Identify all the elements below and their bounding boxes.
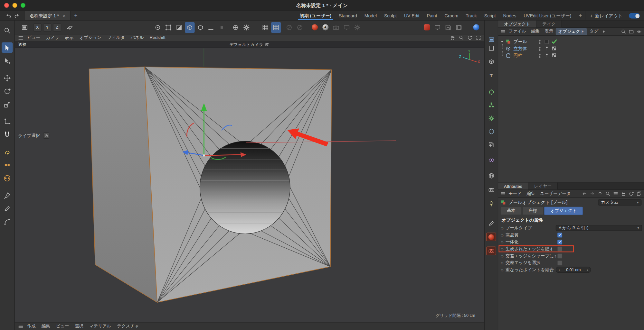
scale-tool[interactable] bbox=[2, 99, 13, 109]
viewport-canvas[interactable]: 透視 デフォルトカメラ bbox=[15, 41, 484, 322]
camera-objects[interactable] bbox=[486, 186, 496, 194]
object-row[interactable]: 円柱 bbox=[498, 52, 644, 59]
sync-icon[interactable] bbox=[629, 191, 634, 196]
minimize-window-button[interactable] bbox=[12, 3, 17, 8]
menu-item[interactable]: Redshift bbox=[147, 35, 168, 41]
layout-tab[interactable]: Sculpt bbox=[381, 11, 401, 20]
new-document-tab-button[interactable]: + bbox=[71, 11, 81, 20]
light-objects[interactable] bbox=[486, 199, 496, 208]
zoom-tool[interactable] bbox=[2, 25, 13, 36]
render-region-button[interactable] bbox=[331, 22, 341, 32]
planar-workplane-button[interactable] bbox=[295, 22, 305, 32]
layout-tab[interactable]: Nodes bbox=[499, 11, 520, 20]
visibility-toggle[interactable] bbox=[539, 47, 540, 51]
pan-view-icon[interactable] bbox=[450, 35, 455, 40]
section-tab[interactable]: 座標 bbox=[522, 207, 543, 215]
menu-item[interactable]: マテリアル bbox=[86, 323, 114, 329]
attr-menu-icon[interactable] bbox=[501, 191, 506, 196]
deformers[interactable] bbox=[486, 114, 496, 123]
property-checkbox[interactable] bbox=[557, 239, 562, 244]
snap-toggle-button[interactable] bbox=[260, 22, 270, 32]
environment-objects[interactable] bbox=[486, 171, 496, 180]
preset-dropdown[interactable]: カスタム ▾ bbox=[598, 199, 641, 205]
popout-panel-icon[interactable] bbox=[637, 191, 641, 196]
edge-mode-button[interactable] bbox=[206, 22, 216, 32]
zoom-view-icon[interactable] bbox=[459, 35, 464, 40]
render-view-button[interactable] bbox=[310, 22, 320, 32]
make-editable-button[interactable] bbox=[153, 22, 163, 32]
section-tab[interactable]: オブジェクト bbox=[544, 207, 583, 215]
om-menu-more-icon[interactable] bbox=[601, 29, 606, 34]
soft-selection-tool[interactable] bbox=[2, 160, 13, 170]
menu-item[interactable]: 編集 bbox=[39, 323, 53, 329]
layout-tab[interactable]: UVEdit-User (ユーザー) bbox=[520, 11, 575, 20]
viewport-menu-icon[interactable] bbox=[18, 35, 24, 41]
render-animation-button[interactable] bbox=[454, 22, 464, 32]
brush-tool[interactable] bbox=[2, 190, 13, 201]
menu-item[interactable]: タグ bbox=[587, 28, 601, 35]
phong-tag[interactable] bbox=[552, 53, 556, 59]
volumes[interactable] bbox=[486, 127, 496, 136]
primitive-objects[interactable] bbox=[486, 58, 496, 66]
new-layout-button[interactable]: + 新レイアウト bbox=[586, 11, 626, 20]
menu-item[interactable]: フィルタ bbox=[104, 35, 128, 41]
snap-tool[interactable] bbox=[2, 129, 13, 140]
attr-filter-icon[interactable] bbox=[613, 191, 618, 196]
panel-tab[interactable]: テイク bbox=[536, 21, 562, 28]
toggle-view-icon[interactable] bbox=[476, 35, 481, 40]
polygon-mode-button[interactable] bbox=[185, 22, 195, 32]
quantize-toggle-button[interactable] bbox=[271, 22, 281, 32]
stepper-increment-icon[interactable]: › bbox=[587, 268, 588, 272]
display-tag[interactable] bbox=[545, 53, 549, 59]
tool-hint-options-button[interactable] bbox=[43, 133, 49, 139]
layout-tab[interactable]: UV Edit bbox=[400, 11, 423, 20]
om-filter-icon[interactable] bbox=[637, 29, 641, 34]
texture-mode-button[interactable] bbox=[174, 22, 184, 32]
menu-item[interactable]: オプション bbox=[77, 35, 104, 41]
menu-item[interactable]: ユーザーデータ bbox=[538, 191, 573, 197]
panel-tab[interactable]: オブジェクト bbox=[498, 21, 536, 28]
object-row[interactable]: ブール bbox=[498, 38, 644, 45]
parent-object-icon[interactable] bbox=[598, 191, 602, 196]
layout-tab[interactable]: Standard bbox=[335, 11, 361, 20]
menu-item[interactable]: 選択 bbox=[72, 323, 86, 329]
visibility-toggle[interactable] bbox=[539, 40, 540, 44]
property-checkbox[interactable] bbox=[557, 253, 562, 258]
normal-move-mode-button[interactable] bbox=[217, 22, 227, 32]
z-axis-lock-button[interactable]: Z bbox=[53, 23, 62, 32]
coordinate-system-button[interactable] bbox=[20, 22, 30, 32]
workplane-lock-button[interactable] bbox=[284, 22, 294, 32]
layout-toggle-switch[interactable] bbox=[629, 13, 640, 19]
lock-panel-icon[interactable] bbox=[621, 191, 626, 196]
menu-item[interactable]: テクスチャ bbox=[114, 323, 142, 329]
render-view-settings[interactable] bbox=[486, 247, 496, 255]
menu-item[interactable]: モード bbox=[506, 191, 524, 197]
rotate-tool[interactable] bbox=[2, 86, 13, 96]
panel-tab[interactable]: レイヤー bbox=[528, 183, 558, 190]
menu-item[interactable]: 表示 bbox=[62, 35, 77, 41]
annotation-pencil[interactable] bbox=[486, 219, 496, 228]
property-checkbox[interactable] bbox=[557, 260, 562, 265]
menu-item[interactable]: ビュー bbox=[53, 323, 72, 329]
rotate-view-icon[interactable] bbox=[468, 35, 472, 40]
undo-icon[interactable] bbox=[3, 11, 13, 20]
menu-item[interactable]: 作成 bbox=[24, 323, 39, 329]
close-window-button[interactable] bbox=[4, 3, 9, 8]
redo-icon[interactable] bbox=[13, 11, 22, 20]
interactive-render-button[interactable] bbox=[342, 22, 352, 32]
add-layout-tab-button[interactable]: + bbox=[575, 11, 586, 20]
move-tool[interactable] bbox=[2, 73, 13, 83]
menu-item[interactable]: 編集 bbox=[529, 28, 542, 35]
redshift-button[interactable] bbox=[422, 22, 432, 32]
layout-tab[interactable]: Model bbox=[361, 11, 380, 20]
render-queue-button[interactable] bbox=[352, 22, 362, 32]
live-selection-tool[interactable] bbox=[2, 42, 13, 53]
close-tab-icon[interactable]: × bbox=[63, 13, 66, 19]
fields[interactable] bbox=[486, 140, 496, 149]
visibility-toggle[interactable] bbox=[539, 53, 540, 58]
layout-tab[interactable]: Groom bbox=[441, 11, 462, 20]
model-mode-button[interactable] bbox=[164, 22, 174, 32]
y-axis-lock-button[interactable]: Y bbox=[43, 23, 52, 32]
om-scene-browser-icon[interactable] bbox=[629, 29, 634, 34]
phong-tag[interactable] bbox=[552, 46, 556, 51]
